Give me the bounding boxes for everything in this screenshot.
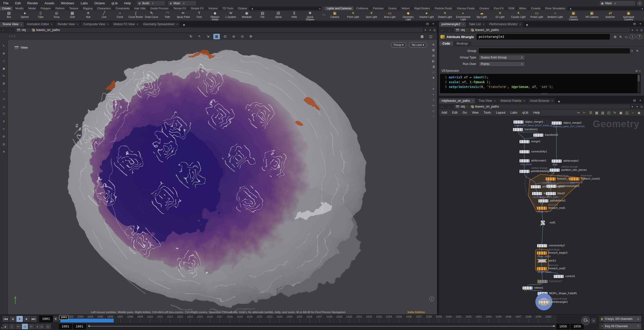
viewport-toolbar-icon[interactable]: ◷ bbox=[239, 34, 246, 39]
network-menu-item[interactable]: Go bbox=[460, 111, 469, 114]
network-node[interactable]: Block Begin foreach_count1 Metadata : 11 bbox=[569, 177, 579, 180]
pane-tab[interactable]: pointwrangle2 × bbox=[439, 22, 466, 27]
network-node[interactable]: transform1 bbox=[513, 128, 523, 131]
menu-item[interactable]: Assets bbox=[41, 0, 58, 7]
network-node[interactable]: object_merge1 /obj/IMPORT_leaves_lp/OUT_… bbox=[513, 120, 523, 123]
network-menu-item[interactable]: Tools bbox=[481, 111, 493, 114]
next-key-button[interactable]: |▶ bbox=[45, 323, 51, 329]
menu-item[interactable]: Help bbox=[121, 0, 134, 7]
pane-tab[interactable]: Motion FX View × bbox=[111, 22, 141, 27]
shelf-tool[interactable]: ▣ Camera bbox=[326, 11, 344, 18]
pane-tab[interactable]: Animation Editor × bbox=[24, 22, 55, 27]
network-node[interactable]: Attribute Wrangle pointwrangle1 bbox=[539, 300, 549, 304]
shelf-tool[interactable]: ▣ VR Camera bbox=[583, 11, 601, 18]
current-frame-field[interactable]: 1001 bbox=[39, 316, 53, 322]
dropdown-icon[interactable]: ▾ bbox=[632, 28, 633, 32]
fast-forward-button[interactable]: ▶▶| bbox=[30, 316, 37, 322]
playbar-option-button[interactable]: ◷ bbox=[22, 323, 28, 329]
node-body[interactable] bbox=[553, 275, 564, 278]
network-node[interactable]: attribcreate2 piece bbox=[551, 159, 561, 162]
network-menu-item[interactable]: Layout bbox=[494, 111, 508, 114]
viewport-tool-icon[interactable]: ○ bbox=[1, 88, 7, 94]
info-icon[interactable]: i bbox=[629, 35, 635, 39]
display-option-icon[interactable]: ■ bbox=[431, 75, 436, 80]
shelf-tool[interactable]: ◐ Environment Light bbox=[454, 11, 472, 21]
scene-selector[interactable]: ⊕ Main ⇕ bbox=[168, 1, 196, 6]
dropdown-icon[interactable]: ▾ bbox=[630, 48, 634, 53]
shelf-tab[interactable]: Vellum bbox=[399, 7, 412, 10]
add-pane-tab-button[interactable]: + bbox=[555, 100, 562, 104]
node-body[interactable] bbox=[537, 267, 547, 271]
playbar-option-button[interactable]: ⊢ bbox=[28, 323, 35, 329]
display-option-icon[interactable]: ○ bbox=[431, 114, 436, 119]
step-back-button[interactable]: ◀| bbox=[53, 316, 58, 322]
network-menu-item[interactable]: Labs bbox=[508, 111, 520, 114]
shelf-tool[interactable]: ○ Ambient Light bbox=[546, 11, 564, 18]
grouptype-select[interactable]: Guess from Group ⇕ bbox=[479, 55, 525, 60]
display-option-icon[interactable]: ◌ bbox=[431, 81, 436, 85]
node-body[interactable] bbox=[539, 300, 549, 304]
forward-icon[interactable]: → bbox=[447, 105, 451, 109]
breadcrumb-node[interactable]: leaves_on_paths bbox=[475, 28, 499, 32]
shelf-tool[interactable]: ▧ Box bbox=[1, 11, 17, 18]
range-handle-right[interactable]: ◀ bbox=[552, 324, 554, 327]
breadcrumb-root[interactable]: obj bbox=[22, 28, 26, 32]
pane-tab[interactable]: /obj/leaves_on_paths × bbox=[439, 98, 476, 104]
display-option-icon[interactable]: ◐ bbox=[431, 92, 436, 96]
shelf-tab[interactable]: Hair Utils bbox=[132, 7, 148, 10]
shelf-tool[interactable]: ☀ Caustic Light bbox=[509, 11, 528, 18]
network-node[interactable]: merge1 bbox=[519, 140, 529, 143]
shelf-tool[interactable]: ○ Circle bbox=[112, 11, 128, 18]
viewport-tool-icon[interactable]: × bbox=[1, 126, 7, 132]
shelf-tab[interactable]: Drive Simulation bbox=[543, 7, 568, 10]
set-keyframe-button[interactable] bbox=[581, 316, 590, 325]
node-body[interactable] bbox=[531, 185, 541, 189]
shelf-tool[interactable]: ▦ Grid bbox=[64, 11, 80, 18]
shelf-tab[interactable]: Lights and Cameras bbox=[325, 7, 354, 10]
viewport-tool-icon[interactable]: ∗ bbox=[1, 149, 7, 154]
spinner-icon[interactable]: ⇕ bbox=[521, 56, 523, 59]
back-icon[interactable]: ← bbox=[440, 28, 444, 32]
range-slider-track[interactable] bbox=[89, 326, 555, 326]
node-body[interactable] bbox=[569, 177, 580, 181]
shelf-tab[interactable]: Constraints bbox=[113, 7, 132, 10]
camera-selector[interactable]: No cam ▾ bbox=[409, 42, 427, 48]
help-icon[interactable]: ◎ bbox=[637, 1, 642, 6]
node-body[interactable] bbox=[545, 177, 556, 181]
breadcrumb[interactable]: obj 〉 leaves_on_paths bbox=[454, 27, 630, 33]
viewport-pane-icon[interactable]: ◫ bbox=[427, 34, 434, 39]
display-option-icon[interactable]: ▭ bbox=[431, 103, 436, 108]
network-menu-item[interactable]: qLib bbox=[520, 111, 531, 114]
menu-item[interactable]: Octane bbox=[91, 0, 108, 7]
network-toolbar-icon[interactable]: ✂ bbox=[576, 111, 582, 115]
shelf-tab[interactable]: Rigging bbox=[81, 7, 95, 10]
menu-item[interactable]: Render bbox=[24, 0, 41, 7]
shelf-tool[interactable]: ☀ Spot Light bbox=[362, 11, 381, 18]
network-menu-item[interactable]: Edit bbox=[450, 111, 460, 114]
viewport-tool-icon[interactable]: ↖ bbox=[1, 43, 7, 49]
shelf-tool[interactable]: ▯ Tube bbox=[33, 11, 49, 18]
display-option-icon[interactable]: ● bbox=[431, 86, 436, 91]
menu-item[interactable]: Labs bbox=[77, 0, 91, 7]
shelf-tool[interactable]: ▤ File bbox=[255, 11, 270, 18]
display-option-icon[interactable]: ◈ bbox=[431, 42, 436, 47]
close-icon[interactable]: × bbox=[77, 23, 78, 26]
breadcrumb-node[interactable]: leaves_on_paths bbox=[475, 105, 499, 108]
shelf-grip-handle[interactable]: ⠿⠿⠿ bbox=[322, 14, 324, 20]
close-icon[interactable]: × bbox=[176, 23, 178, 26]
add-shelf-tab-button[interactable]: + bbox=[250, 7, 255, 10]
timeline-ruler[interactable]: 1002 1003 1004 1005 1006 1007 1008 1009 … bbox=[59, 315, 556, 323]
node-body[interactable] bbox=[537, 244, 547, 248]
close-icon[interactable]: × bbox=[472, 100, 473, 102]
menu-item[interactable]: qLib bbox=[108, 0, 121, 7]
close-icon[interactable]: × bbox=[20, 23, 22, 26]
pin-icon[interactable]: ⇥ bbox=[635, 105, 638, 108]
spinner-icon[interactable]: ⇕ bbox=[183, 2, 185, 5]
viewport-tool-icon[interactable]: ≡ bbox=[1, 119, 7, 124]
display-option-icon[interactable]: ◨ bbox=[431, 64, 436, 69]
keys-status[interactable]: 0 keys, 0/0 channels ▲ bbox=[603, 316, 641, 322]
back-icon[interactable]: ← bbox=[1, 28, 5, 32]
shelf-tool[interactable]: ✳ Null bbox=[80, 11, 96, 18]
node-body[interactable] bbox=[551, 121, 562, 125]
viewport-toolbar-icon[interactable]: ⇲ bbox=[205, 34, 211, 39]
